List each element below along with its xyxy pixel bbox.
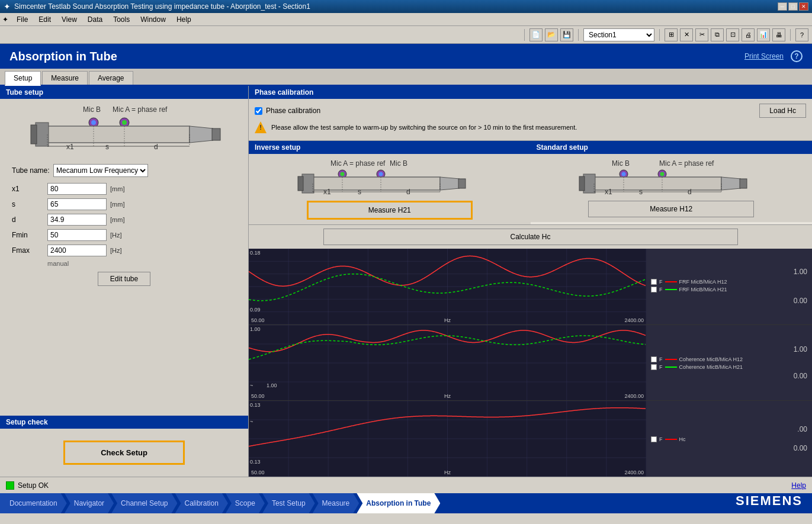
menu-help[interactable]: Help <box>172 14 196 25</box>
toolbar-printer2[interactable]: 🖶 <box>772 28 785 41</box>
menu-tools[interactable]: Tools <box>108 14 134 25</box>
chart3-y-bottom: 0.13 <box>250 459 261 465</box>
tab-measure[interactable]: Measure <box>42 71 88 85</box>
toolbar: 📄 📂 💾 Section1 ⊞ ✕ ✂ ⧉ ⊡ 🖨 📊 🖶 ? <box>0 26 812 44</box>
legend-line-green-h21 <box>665 289 677 290</box>
toolbar-new[interactable]: 📄 <box>529 28 543 41</box>
check-setup-button[interactable]: Check Setup <box>63 441 185 465</box>
calculate-hc-button[interactable]: Calculate Hc <box>323 229 738 245</box>
toolbar-print[interactable]: 🖨 <box>742 28 755 41</box>
chart1-legend: 1.00 F FRF MicB/MicA H12 F FRF MicB/MicA… <box>646 249 812 324</box>
print-screen-link[interactable]: Print Screen <box>744 52 784 60</box>
toolbar-paste[interactable]: ⊡ <box>726 28 739 41</box>
toolbar-separator-4 <box>790 29 791 41</box>
svg-rect-6 <box>47 126 190 143</box>
input-d[interactable] <box>47 214 107 226</box>
svg-rect-29 <box>298 176 303 191</box>
legend-item-h21: F FRF MicB/MicA H21 <box>651 287 807 292</box>
menu-view[interactable]: View <box>57 14 82 25</box>
minimize-button[interactable]: ─ <box>778 2 787 11</box>
toolbar-export[interactable]: 📊 <box>757 28 770 41</box>
input-x1[interactable] <box>47 183 107 195</box>
measure-h12-button[interactable]: Measure H12 <box>588 201 754 217</box>
svg-text:x1: x1 <box>66 143 74 151</box>
edit-tube-button[interactable]: Edit tube <box>98 272 150 286</box>
svg-text:Mic B: Mic B <box>612 159 630 168</box>
load-hc-button[interactable]: Load Hc <box>759 104 806 118</box>
chart2-legend: 1.00 F Coherence MicB/MicA H12 F Coheren… <box>646 325 812 401</box>
phase-cal-label: Phase calibration <box>266 107 320 115</box>
status-ok: Setup OK <box>6 481 49 490</box>
legend-checkbox-coherence-h21[interactable] <box>651 364 657 370</box>
tab-setup[interactable]: Setup <box>5 71 41 86</box>
workflow-scope[interactable]: Scope <box>226 493 265 513</box>
workflow-absorption[interactable]: Absorption in Tube <box>357 493 440 513</box>
menu-window[interactable]: Window <box>136 14 171 25</box>
workflow-measure[interactable]: Measure <box>313 493 360 513</box>
setup-check-header: Setup check <box>0 416 248 429</box>
status-dot <box>6 481 14 490</box>
calculate-hc-row: Calculate Hc <box>249 224 812 249</box>
workflow-navigator[interactable]: Navigator <box>65 493 114 513</box>
tube-name-select[interactable]: Mecanum Low Frequency <box>53 164 148 177</box>
section-dropdown[interactable]: Section1 <box>583 28 654 41</box>
label-s: s <box>12 200 47 208</box>
svg-point-24 <box>340 172 344 176</box>
workflow-calibration[interactable]: Calibration <box>175 493 227 513</box>
legend-checkbox-coherence-h12[interactable] <box>651 356 657 362</box>
manual-label: manual <box>47 260 236 267</box>
legend-label-coh-h12: Coherence MicB/MicA H12 <box>679 356 743 362</box>
toolbar-copyto[interactable]: ⧉ <box>711 28 724 41</box>
svg-rect-7 <box>36 123 49 146</box>
menu-file[interactable]: File <box>12 14 33 25</box>
toolbar-save[interactable]: 💾 <box>560 28 573 41</box>
setup-check-content: Check Setup <box>0 429 248 477</box>
legend-checkbox-h12[interactable] <box>651 279 657 285</box>
workflow-channel-setup[interactable]: Channel Setup <box>111 493 177 513</box>
chart1-x-left: 50.00 <box>251 317 265 323</box>
tab-average[interactable]: Average <box>89 71 133 85</box>
menu-edit[interactable]: Edit <box>34 14 56 25</box>
legend-f-label: F <box>659 279 663 285</box>
svg-point-3 <box>91 120 96 125</box>
toolbar-delete[interactable]: ✕ <box>680 28 693 41</box>
legend-f-hc: F <box>659 436 663 442</box>
chart-3-plot: 0.13 ~ 0.13 50.00 Hz 2400.00 <box>249 401 646 477</box>
toolbar-open[interactable]: 📂 <box>545 28 558 41</box>
legend-coherence-h21: F Coherence MicB/MicA H21 <box>651 364 807 370</box>
svg-point-45 <box>622 172 626 176</box>
window-title: Simcenter Testlab Sound Absorption Testi… <box>14 2 310 11</box>
toolbar-help[interactable]: ? <box>795 28 808 41</box>
input-s[interactable] <box>47 198 107 210</box>
chart2-x-left: 50.00 <box>251 393 265 399</box>
phase-cal-checkbox[interactable] <box>255 107 262 115</box>
close-button[interactable]: ✕ <box>799 2 808 11</box>
legend-f-label2: F <box>659 287 663 292</box>
help-button[interactable]: ? <box>791 50 803 62</box>
legend-line-red-h12 <box>665 281 677 282</box>
chart2-y-bottom2: 1.00 <box>267 382 277 388</box>
form-row-d: d [mm] <box>12 214 236 226</box>
help-link[interactable]: Help <box>791 481 806 490</box>
legend-line-coh-green <box>665 367 677 368</box>
chart3-y-mid: ~ <box>250 419 253 425</box>
toolbar-copy[interactable]: ⊞ <box>665 28 678 41</box>
phase-cal-content: Phase calibration Load Hc ! Please allow… <box>249 99 812 140</box>
main-tabs: Setup Measure Average <box>0 69 812 86</box>
svg-rect-49 <box>583 174 595 193</box>
svg-text:d: d <box>154 143 158 151</box>
measure-h21-button[interactable]: Measure H21 <box>307 201 473 220</box>
workflow-test-setup[interactable]: Test Setup <box>262 493 315 513</box>
menu-data[interactable]: Data <box>83 14 107 25</box>
workflow-documentation[interactable]: Documentation <box>0 493 67 513</box>
legend-checkbox-h21[interactable] <box>651 287 657 292</box>
input-fmin[interactable] <box>47 229 107 241</box>
toolbar-split[interactable]: ✂ <box>695 28 708 41</box>
chart1-right-top: 1.00 <box>651 268 807 276</box>
legend-checkbox-hc[interactable] <box>651 436 657 442</box>
maximize-button[interactable]: □ <box>788 2 798 11</box>
input-fmax[interactable] <box>47 245 107 256</box>
right-panel: Phase calibration Phase calibration Load… <box>249 86 812 477</box>
legend-label-h12: FRF MicB/MicA H12 <box>679 279 727 285</box>
svg-marker-9 <box>190 126 213 143</box>
